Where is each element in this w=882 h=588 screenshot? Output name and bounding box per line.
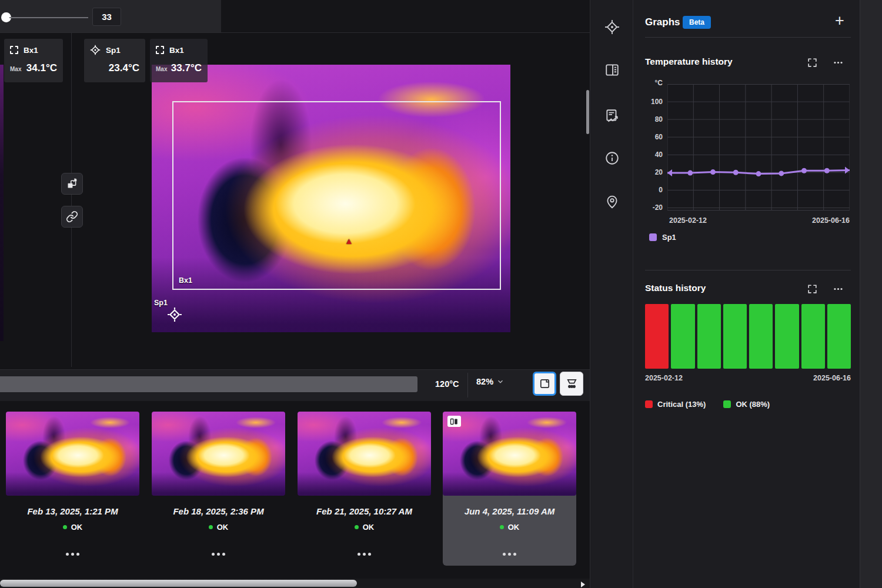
- thumbnail-image[interactable]: [443, 412, 576, 496]
- thermal-analysis-app: 33 Bx1 Max 34.1°C Sp1 23.4°C: [0, 0, 882, 588]
- thumbnail-menu-button[interactable]: [152, 547, 285, 558]
- swap-panes-button[interactable]: [61, 173, 83, 195]
- batch-images-icon: [565, 377, 579, 390]
- zoom-dropdown[interactable]: 82%: [476, 377, 505, 386]
- status-chart-menu-button[interactable]: [831, 282, 844, 295]
- status-dot: [63, 525, 67, 529]
- ellipsis-icon: [508, 553, 511, 556]
- fusion-slider-value[interactable]: 33: [92, 8, 121, 26]
- thumbnail-status: OK: [508, 523, 520, 532]
- box-measurement-overlay[interactable]: Bx1: [172, 101, 501, 290]
- horizontal-scrollbar-thumb[interactable]: [0, 580, 357, 587]
- status-dot: [355, 525, 359, 529]
- rail-notes-button[interactable]: [603, 61, 620, 78]
- panel-scroll-gutter[interactable]: [860, 0, 882, 588]
- thumbnail-image[interactable]: [6, 412, 139, 496]
- ellipsis-icon: [363, 553, 366, 556]
- rail-info-button[interactable]: [603, 149, 620, 166]
- thumbnail-date: Feb 21, 2025, 10:27 AM: [298, 506, 431, 516]
- thumbnail-card[interactable]: Feb 18, 2025, 2:36 PM OK: [152, 412, 285, 566]
- thumbnail-image[interactable]: [298, 412, 431, 496]
- location-pin-icon: [604, 194, 620, 209]
- viewer-bar-divider: [467, 373, 468, 397]
- thumbnail-status: OK: [217, 523, 229, 532]
- rail-location-button[interactable]: [603, 193, 620, 210]
- legend-label: Critical (13%): [657, 400, 706, 409]
- measurement-value: 23.4°C: [109, 62, 139, 74]
- beta-badge: Beta: [683, 16, 711, 29]
- measurement-value: 34.1°C: [26, 62, 57, 74]
- thermal-image-canvas[interactable]: Bx1 Sp1 ▲: [152, 65, 510, 332]
- measurement-value: 33.7°C: [171, 62, 202, 74]
- fullscreen-icon: [807, 57, 818, 68]
- single-image-icon: [538, 377, 552, 390]
- status-history-bars: [645, 304, 851, 369]
- single-view-button[interactable]: [533, 372, 556, 396]
- box-measure-icon: [10, 46, 18, 54]
- x-axis-end-label: 2025-06-16: [803, 216, 850, 225]
- chevron-down-icon: [496, 377, 505, 386]
- fusion-slider-track[interactable]: [9, 17, 88, 18]
- status-chart-legend: Critical (13%) OK (88%): [645, 400, 770, 409]
- spot-measure-icon: [90, 45, 101, 55]
- ellipsis-icon: [833, 283, 844, 295]
- x-axis-start-label: 2025-02-12: [669, 216, 707, 225]
- measurement-card-sp1[interactable]: Sp1 23.4°C: [84, 39, 145, 82]
- thumbnail-menu-button[interactable]: [6, 547, 139, 558]
- thumbnail-status: OK: [363, 523, 375, 532]
- temperature-line-chart: [667, 84, 850, 211]
- open-image-badge-icon: [447, 416, 461, 427]
- status-dot: [209, 525, 213, 529]
- rail-graphs-button[interactable]: [603, 107, 620, 124]
- box-overlay-label: Bx1: [179, 276, 192, 285]
- gallery-view-button[interactable]: [560, 372, 583, 396]
- measurement-card-bx1-main[interactable]: Bx1 Max 33.7°C: [150, 39, 208, 82]
- measurement-label: Sp1: [106, 46, 121, 55]
- link-panes-button[interactable]: [61, 206, 83, 228]
- notes-book-icon: [604, 62, 620, 78]
- spot-marker-icon[interactable]: [167, 307, 182, 322]
- y-tick-label: 80: [655, 115, 663, 123]
- copy-arrow-icon: [66, 178, 78, 190]
- ellipsis-icon: [71, 553, 74, 556]
- temperature-chart-menu-button[interactable]: [831, 56, 844, 69]
- temperature-history-title: Temperature history: [645, 56, 733, 67]
- thumbnail-image[interactable]: [152, 412, 285, 496]
- info-icon: [604, 151, 620, 166]
- status-segment-ok: [697, 304, 721, 369]
- measurement-label: Bx1: [24, 46, 38, 55]
- y-tick-label: 40: [655, 151, 663, 159]
- y-tick-label: 20: [655, 168, 663, 176]
- y-tick-label: 0: [659, 186, 663, 194]
- ellipsis-icon: [217, 553, 220, 556]
- vertical-scrollbar-thumb[interactable]: [586, 90, 589, 134]
- top-divider: [0, 32, 590, 33]
- thumbnail-menu-button[interactable]: [443, 547, 576, 558]
- temperature-scale-bar[interactable]: [0, 376, 417, 392]
- fullscreen-icon: [807, 283, 818, 295]
- right-icon-rail: [590, 0, 633, 588]
- add-graph-button[interactable]: +: [835, 13, 844, 29]
- scale-max-label: 120°C: [435, 379, 459, 389]
- expand-temperature-chart-button[interactable]: [806, 56, 818, 69]
- thumbnail-date: Jun 4, 2025, 11:09 AM: [443, 506, 576, 516]
- top-toolbar-spacer: [221, 0, 590, 33]
- status-segment-critical: [645, 304, 669, 369]
- legend-swatch: [723, 400, 731, 408]
- status-segment-ok: [775, 304, 799, 369]
- status-history-title: Status history: [645, 283, 706, 293]
- thumbnail-card[interactable]: Feb 13, 2025, 1:21 PM OK: [6, 412, 139, 566]
- pane-splitter[interactable]: [71, 33, 72, 367]
- left-pane-image-edge[interactable]: [0, 65, 4, 341]
- status-dot: [500, 525, 504, 529]
- legend-label: Sp1: [662, 233, 676, 242]
- expand-status-chart-button[interactable]: [806, 282, 818, 295]
- thumbnail-card[interactable]: Feb 21, 2025, 10:27 AM OK: [298, 412, 431, 566]
- thumbnail-card-selected[interactable]: Jun 4, 2025, 11:09 AM OK: [443, 412, 576, 566]
- thumbnail-menu-button[interactable]: [298, 547, 431, 558]
- rail-measurements-button[interactable]: [603, 18, 620, 35]
- y-tick-label: 60: [655, 133, 663, 141]
- temperature-chart-legend: Sp1: [649, 233, 676, 242]
- measurement-card-bx1-left[interactable]: Bx1 Max 34.1°C: [4, 39, 63, 82]
- scroll-right-arrow-icon[interactable]: [581, 582, 585, 587]
